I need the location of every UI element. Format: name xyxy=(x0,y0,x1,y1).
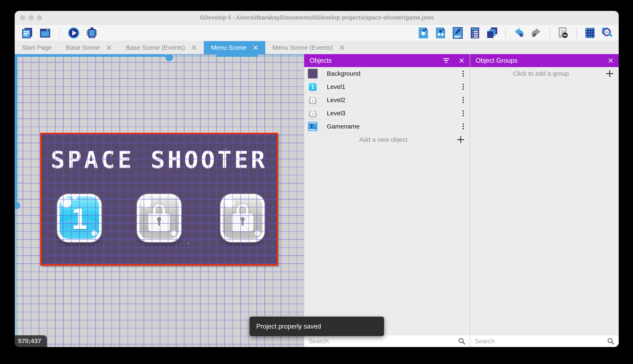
tab-bar: Start Page Base Scene Base Scene (Events… xyxy=(15,41,619,54)
toolbar: 1:1 xyxy=(15,25,619,41)
debug-icon[interactable] xyxy=(86,27,98,39)
level1-object-icon: 1 xyxy=(308,82,318,92)
object-row-level2[interactable]: Level2 xyxy=(304,94,470,107)
object-menu-icon[interactable] xyxy=(462,70,465,77)
level3-object-icon xyxy=(308,108,318,118)
app-window: GDevelop 5 - /Users/dkarakay/Documents/G… xyxy=(15,11,619,347)
redo-icon[interactable] xyxy=(530,27,542,39)
horizontal-scrollbar-fill xyxy=(15,54,166,57)
level2-object-icon xyxy=(308,95,318,105)
add-object-plus-icon[interactable] xyxy=(457,136,464,143)
window-mask-icon[interactable] xyxy=(557,27,569,39)
window-title: GDevelop 5 - /Users/dkarakay/Documents/G… xyxy=(15,14,619,21)
toolbar-left-group xyxy=(21,27,98,39)
play-preview-icon[interactable] xyxy=(68,27,80,39)
scene-canvas[interactable]: SPACE SHOOTER 1 xyxy=(15,54,304,347)
preview-window-icon[interactable] xyxy=(39,27,51,39)
close-tab-icon[interactable] xyxy=(339,45,345,50)
object-groups-search-input[interactable] xyxy=(474,337,607,345)
object-groups-editor-icon[interactable] xyxy=(434,27,447,39)
tab-start-page[interactable]: Start Page xyxy=(15,41,59,54)
background-object-icon xyxy=(308,69,318,78)
save-toast: Project properly saved xyxy=(249,316,384,336)
cursor-coordinates-badge: 570;437 xyxy=(15,335,47,347)
tab-base-scene[interactable]: Base Scene xyxy=(59,41,119,54)
svg-text:1:1: 1:1 xyxy=(605,30,609,34)
vertical-scrollbar-fill xyxy=(15,54,18,201)
objects-search-input[interactable] xyxy=(308,337,458,345)
object-menu-icon[interactable] xyxy=(462,110,465,117)
layers-icon[interactable] xyxy=(486,27,498,39)
objects-list: Background 1 Level1 Level2 Level3 xyxy=(304,67,470,146)
tab-menu-scene[interactable]: Menu Scene xyxy=(204,41,265,54)
objects-search-bar xyxy=(304,335,470,347)
zoom-1-1-icon[interactable]: 1:1 xyxy=(601,27,613,39)
object-row-level1[interactable]: 1 Level1 xyxy=(304,80,470,94)
toast-message: Project properly saved xyxy=(256,323,321,330)
add-new-object-row[interactable]: Add a new object xyxy=(304,133,470,146)
add-group-row[interactable]: Click to add a group xyxy=(470,67,619,80)
scene-window-border xyxy=(40,133,278,266)
project-manager-icon[interactable] xyxy=(21,27,33,39)
object-groups-search-bar xyxy=(470,335,619,347)
object-menu-icon[interactable] xyxy=(462,83,465,90)
filter-icon[interactable] xyxy=(443,58,450,63)
horizontal-scrollbar-handle[interactable] xyxy=(165,54,173,61)
toolbar-right-group: 1:1 xyxy=(417,27,613,39)
close-tab-icon[interactable] xyxy=(106,45,112,50)
close-tab-icon[interactable] xyxy=(253,45,258,50)
object-groups-panel-header: Object Groups xyxy=(470,54,619,67)
object-row-gamename[interactable]: Tx Gamename xyxy=(304,120,470,133)
close-panel-icon[interactable] xyxy=(459,58,464,63)
objects-editor-icon[interactable] xyxy=(417,27,429,39)
toolbar-separator xyxy=(505,28,506,38)
objects-panel: Objects Background 1 Level1 xyxy=(304,54,470,347)
object-groups-panel-title: Object Groups xyxy=(476,57,608,64)
grid-icon[interactable] xyxy=(584,27,596,39)
search-icon xyxy=(607,337,614,345)
close-tab-icon[interactable] xyxy=(191,45,197,50)
tab-menu-scene-events[interactable]: Menu Scene (Events) xyxy=(265,41,352,54)
toolbar-separator xyxy=(549,28,550,38)
add-group-plus-icon[interactable] xyxy=(606,70,613,77)
objects-panel-title: Objects xyxy=(309,57,443,64)
object-row-level3[interactable]: Level3 xyxy=(304,107,470,120)
object-menu-icon[interactable] xyxy=(462,123,465,130)
horizontal-scrollbar-thumb[interactable] xyxy=(216,54,258,57)
vertical-scrollbar-handle[interactable] xyxy=(15,202,20,209)
objects-panel-header: Objects xyxy=(304,54,470,67)
object-row-background[interactable]: Background xyxy=(304,67,470,80)
tab-base-scene-events[interactable]: Base Scene (Events) xyxy=(119,41,204,54)
object-groups-panel: Object Groups Click to add a group xyxy=(470,54,619,347)
toolbar-separator xyxy=(576,28,577,38)
titlebar: GDevelop 5 - /Users/dkarakay/Documents/G… xyxy=(15,11,619,25)
properties-icon[interactable] xyxy=(452,27,464,39)
close-panel-icon[interactable] xyxy=(608,58,613,63)
content-area: SPACE SHOOTER 1 xyxy=(15,54,619,347)
object-menu-icon[interactable] xyxy=(462,96,465,104)
toolbar-separator xyxy=(59,28,60,38)
search-icon xyxy=(458,337,466,345)
undo-icon[interactable] xyxy=(513,27,525,39)
vertical-scrollbar[interactable] xyxy=(15,54,18,347)
text-object-icon: Tx xyxy=(308,122,318,131)
horizontal-scrollbar[interactable] xyxy=(15,54,304,57)
instances-list-icon[interactable] xyxy=(469,27,481,39)
